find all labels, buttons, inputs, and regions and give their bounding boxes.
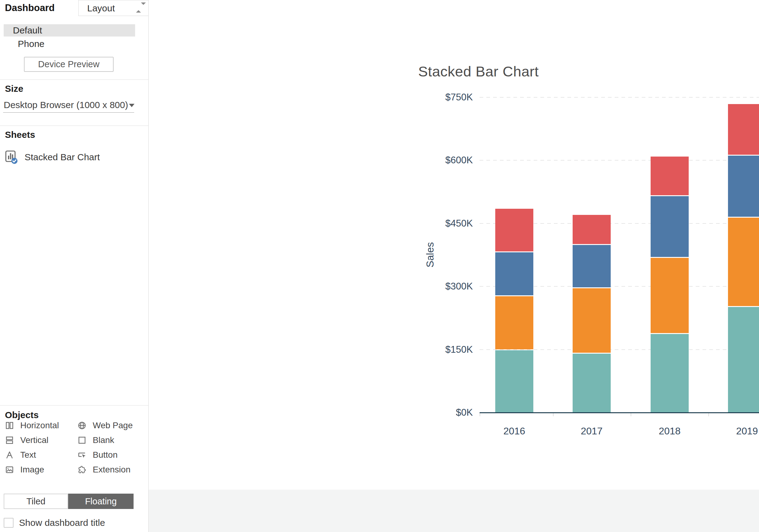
worksheet-icon	[5, 150, 18, 164]
vertical-layout-icon	[5, 436, 14, 445]
object-image[interactable]: Image	[5, 465, 77, 475]
divider	[0, 405, 148, 405]
bar-south-2018[interactable]	[651, 157, 689, 195]
x-tick-label: 2018	[632, 426, 707, 437]
y-tick-label: $300K	[427, 280, 473, 293]
axis-tick	[631, 413, 631, 416]
chevron-down-icon[interactable]	[129, 104, 135, 107]
show-dashboard-title-label: Show dashboard title	[19, 517, 105, 528]
object-label: Button	[93, 450, 118, 460]
bar-south-2017[interactable]	[573, 215, 611, 244]
dashboard-canvas: Stacked Bar Chart Sales $0K$150K$300K$45…	[149, 0, 759, 532]
tab-layout[interactable]: Layout	[78, 0, 148, 16]
canvas-margin	[149, 490, 759, 532]
object-label: Image	[20, 465, 44, 475]
chart-title: Stacked Bar Chart	[418, 63, 539, 80]
floating-button[interactable]: Floating	[68, 494, 134, 509]
show-dashboard-title-row: Show dashboard title	[4, 517, 105, 528]
object-horizontal[interactable]: Horizontal	[5, 421, 77, 430]
y-tick-label: $750K	[427, 91, 473, 104]
object-label: Text	[20, 450, 36, 460]
web-page-icon	[77, 421, 87, 430]
dashboard-pane: Dashboard Layout Default Phone Device Pr…	[0, 0, 149, 532]
bar-central-2017[interactable]	[573, 245, 611, 287]
y-tick-label: $600K	[427, 154, 473, 167]
object-label: Vertical	[20, 435, 49, 445]
divider	[0, 126, 148, 126]
object-label: Extension	[93, 465, 131, 475]
object-label: Web Page	[93, 421, 133, 430]
bar-west-2018[interactable]	[651, 334, 689, 413]
object-label: Horizontal	[20, 421, 59, 430]
x-tick-label: 2017	[554, 426, 629, 437]
bar-west-2019[interactable]	[728, 307, 759, 413]
y-axis-title: Sales	[424, 242, 436, 268]
tableau-dashboard-window: Dashboard Layout Default Phone Device Pr…	[0, 0, 759, 532]
image-icon	[5, 465, 14, 474]
object-extension[interactable]: Extension	[77, 465, 144, 475]
spinner-icon[interactable]	[136, 5, 141, 12]
gridline	[480, 160, 759, 161]
y-tick-label: $150K	[427, 343, 473, 356]
show-dashboard-title-checkbox[interactable]	[4, 518, 14, 528]
text-icon	[5, 450, 14, 460]
extension-icon	[77, 465, 87, 474]
bar-south-2016[interactable]	[495, 209, 533, 251]
tiled-button[interactable]: Tiled	[4, 494, 68, 509]
sheet-item-label: Stacked Bar Chart	[24, 152, 100, 162]
blank-icon	[77, 436, 87, 445]
axis-tick	[553, 413, 554, 416]
gridline	[480, 97, 759, 97]
bar-east-2019[interactable]	[728, 218, 759, 306]
button-icon	[77, 450, 87, 460]
size-select[interactable]: Desktop Browser (1000 x 800)	[4, 99, 145, 111]
divider	[0, 80, 148, 80]
object-web-page[interactable]: Web Page	[77, 421, 144, 430]
x-tick-label: 2016	[477, 426, 552, 437]
x-tick-label: 2019	[709, 426, 759, 437]
objects-grid: Horizontal Web Page Vertical	[5, 418, 144, 477]
device-preview-button[interactable]: Device Preview	[24, 57, 114, 72]
bar-central-2019[interactable]	[728, 156, 759, 216]
object-text[interactable]: Text	[5, 450, 77, 460]
bar-east-2016[interactable]	[495, 296, 533, 350]
axis-tick	[708, 413, 709, 416]
axis-tick	[480, 413, 480, 416]
sheet-item-stacked-bar-chart[interactable]: Stacked Bar Chart	[5, 150, 140, 164]
bar-west-2017[interactable]	[573, 354, 611, 413]
horizontal-layout-icon	[5, 421, 14, 430]
device-option-phone[interactable]: Phone	[18, 38, 45, 50]
sheets-header: Sheets	[5, 130, 35, 140]
size-header: Size	[5, 84, 23, 94]
y-tick-label: $0K	[427, 406, 473, 419]
y-tick-label: $450K	[427, 217, 473, 230]
x-axis-line	[480, 412, 759, 413]
object-label: Blank	[93, 435, 114, 445]
object-button[interactable]: Button	[77, 450, 144, 460]
device-option-default[interactable]: Default	[4, 24, 135, 37]
bar-central-2018[interactable]	[651, 196, 689, 257]
tab-layout-label: Layout	[87, 3, 115, 14]
tab-dashboard[interactable]: Dashboard	[5, 2, 55, 14]
bar-central-2016[interactable]	[495, 252, 533, 295]
bar-west-2016[interactable]	[495, 350, 533, 413]
bar-south-2019[interactable]	[728, 104, 759, 155]
bar-east-2018[interactable]	[651, 258, 689, 333]
object-vertical[interactable]: Vertical	[5, 435, 77, 445]
object-blank[interactable]: Blank	[77, 435, 144, 445]
bar-east-2017[interactable]	[573, 288, 611, 353]
divider	[3, 112, 134, 113]
